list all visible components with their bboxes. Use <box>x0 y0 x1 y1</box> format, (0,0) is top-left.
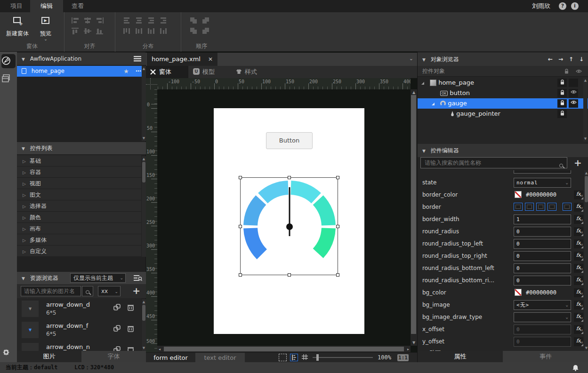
color-swatch[interactable] <box>515 289 522 296</box>
widget-category-picker[interactable]: ▷选择器 <box>17 200 141 212</box>
tab-form-designer[interactable]: 窗体 <box>146 66 188 78</box>
gauge-widget[interactable] <box>241 178 338 276</box>
round-radius-bottom-right-input[interactable]: 0 <box>514 276 571 286</box>
user-name[interactable]: 刘雨欣 <box>532 0 550 12</box>
border-top-toggle[interactable] <box>536 203 545 211</box>
distribute-h-left-icon[interactable] <box>123 17 131 24</box>
widget-list-scrollbar[interactable]: ▲ <box>142 156 146 257</box>
fx-button[interactable]: fxAll <box>574 288 583 297</box>
bell-icon[interactable] <box>572 365 579 371</box>
widget-category-container[interactable]: ▷容器 <box>17 167 141 178</box>
preview-button[interactable]: ▶ 预览 ⌄ <box>29 16 62 40</box>
tab-fonts[interactable]: 字体 <box>81 351 146 362</box>
add-resource-button[interactable]: + <box>132 285 140 296</box>
tab-model[interactable]: U 模型 <box>188 66 231 78</box>
window-manager-icon[interactable] <box>1 72 16 86</box>
resource-scrollbar[interactable]: ▲▼ <box>142 299 146 351</box>
lock-toggle[interactable] <box>557 79 567 87</box>
x-offset-input[interactable]: 0 <box>514 325 571 334</box>
distribute-v-center-icon[interactable] <box>135 27 144 35</box>
align-right-icon[interactable] <box>96 17 104 24</box>
gauge-selection-box[interactable] <box>240 177 338 275</box>
resize-handle-se[interactable] <box>336 273 339 277</box>
nav-down-icon[interactable]: ↓ <box>579 53 584 66</box>
bg-image-draw-type-dropdown[interactable]: ⌄ <box>514 312 571 322</box>
nav-left-icon[interactable]: ← <box>548 53 553 66</box>
widget-editor-header[interactable]: ▼ 控件编辑器 <box>418 144 588 157</box>
fx-button[interactable]: fxAll <box>574 264 583 273</box>
border-bottom-toggle[interactable] <box>548 203 556 211</box>
resize-handle-ne[interactable] <box>336 176 339 179</box>
widget-category-basic[interactable]: ▷基础 <box>17 155 141 167</box>
distribute-v-spacing-icon[interactable] <box>147 27 156 35</box>
distribute-h-right-icon[interactable] <box>160 17 168 24</box>
nav-up-icon[interactable]: ↑ <box>569 53 573 66</box>
bring-front-icon[interactable] <box>202 17 210 24</box>
tab-images[interactable]: 图片 <box>17 351 81 362</box>
resize-handle-e[interactable] <box>336 225 339 228</box>
tab-properties[interactable]: 属性 <box>418 351 503 362</box>
zoom-slider-handle[interactable] <box>316 354 319 361</box>
property-scrollbar[interactable]: ▲▼ <box>584 170 588 351</box>
round-radius-top-left-input[interactable]: 0 <box>514 239 571 249</box>
fx-button[interactable]: fxAll <box>574 190 583 199</box>
project-scrollbar[interactable]: ▲▼ <box>142 66 146 141</box>
replace-resource-icon[interactable] <box>113 325 121 332</box>
more-icon[interactable]: ⋯ <box>136 66 141 77</box>
lock-toggle[interactable] <box>557 110 567 118</box>
fx-button[interactable]: fxAll <box>574 325 583 334</box>
fx-button[interactable]: fxAll <box>574 215 583 224</box>
expand-caret-icon[interactable] <box>421 82 424 85</box>
settings-gear-icon[interactable] <box>1 346 16 360</box>
distribute-h-spacing-icon[interactable] <box>147 17 156 24</box>
property-group-animation[interactable]: ▷动画 <box>418 347 584 351</box>
align-top-icon[interactable] <box>71 27 80 35</box>
round-radius-bottom-left-input[interactable]: 0 <box>514 263 571 273</box>
close-icon[interactable]: ✕ <box>208 56 213 63</box>
tab-form-editor[interactable]: form editor <box>146 353 195 363</box>
search-icon[interactable] <box>559 160 563 171</box>
widget-category-graphic[interactable]: ▷图文 <box>17 189 141 200</box>
tab-style[interactable]: 样式 <box>231 66 273 78</box>
fx-button[interactable]: fxAll <box>574 313 583 322</box>
state-dropdown[interactable]: normal⌄ <box>514 178 571 188</box>
tab-text-editor[interactable]: text editor <box>195 353 245 363</box>
border-width-input[interactable]: 1 <box>514 214 571 224</box>
round-radius-input[interactable]: 0 <box>514 227 571 237</box>
y-offset-input[interactable]: 0 <box>514 337 571 347</box>
info-icon[interactable]: i <box>571 2 579 10</box>
fx-button[interactable]: fxAll <box>574 337 583 346</box>
bring-forward-icon[interactable] <box>190 17 198 24</box>
align-center-h-icon[interactable] <box>83 17 92 24</box>
list-search-icon[interactable] <box>134 275 142 281</box>
canvas-viewport[interactable]: Button <box>157 89 411 346</box>
replace-resource-icon[interactable] <box>113 346 121 351</box>
send-back-icon[interactable] <box>202 27 210 35</box>
widget-category-custom[interactable]: ▷自定义 <box>17 246 141 257</box>
visibility-toggle[interactable] <box>569 79 578 87</box>
resource-item[interactable]: ▼ arrow_down_d 6*5 <box>17 298 141 319</box>
hamburger-menu-icon[interactable] <box>134 56 141 62</box>
resize-handle-n[interactable] <box>288 176 291 179</box>
selection-mode-icon[interactable] <box>279 354 287 361</box>
widget-category-multimedia[interactable]: ▷多媒体 <box>17 234 141 246</box>
resize-handle-sw[interactable] <box>239 273 242 277</box>
nav-right-icon[interactable]: → <box>558 53 563 66</box>
star-icon[interactable]: ★ <box>123 66 129 77</box>
project-panel-header[interactable]: ▼ AwflowApplication <box>17 53 146 65</box>
border-left-toggle[interactable] <box>514 203 523 211</box>
border-right-toggle[interactable] <box>525 203 534 211</box>
align-center-v-icon[interactable] <box>83 27 92 35</box>
project-file-home-page[interactable]: home_page ★ ⋯ <box>17 66 146 77</box>
resource-browser-header[interactable]: ▼ 资源浏览器 仅显示当前主题 ⌄ <box>17 272 146 284</box>
tree-node-gauge-pointer[interactable]: gauge_pointer <box>418 109 583 119</box>
distribute-v-bottom-icon[interactable] <box>160 27 168 35</box>
fx-button[interactable]: fxAll <box>574 276 583 285</box>
file-tab-home-page[interactable]: home_page.xml ✕ <box>147 53 217 66</box>
tab-events[interactable]: 事件 <box>503 351 588 362</box>
resize-handle-w[interactable] <box>239 225 242 228</box>
lock-toggle[interactable] <box>557 89 567 97</box>
widget-category-canvas[interactable]: ▷画布 <box>17 223 141 234</box>
widget-category-view[interactable]: ▷视图 <box>17 178 141 189</box>
grid-toggle-icon[interactable] <box>301 354 309 361</box>
